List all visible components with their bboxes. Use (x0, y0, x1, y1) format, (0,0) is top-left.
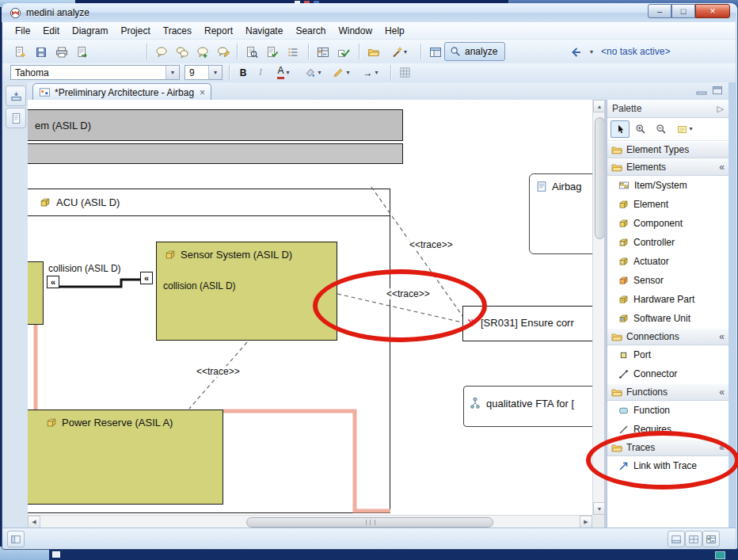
note-tool-button[interactable]: ▾ (672, 120, 698, 138)
horizontal-scrollbar[interactable]: ◀ ▶ (28, 515, 592, 528)
scroll-left-button[interactable]: ◀ (28, 516, 40, 528)
palette-section-functions[interactable]: Functions « (607, 383, 728, 401)
maximize-button[interactable]: □ (671, 4, 695, 18)
validate-document-button[interactable] (262, 42, 283, 63)
collision-port-label[interactable]: collision (ASIL D) (48, 263, 121, 274)
palette-section-element-types[interactable]: Element Types (607, 141, 728, 158)
outline-page-icon (10, 112, 22, 124)
palette-item-function[interactable]: Function (607, 401, 728, 420)
back-navigation-button[interactable] (566, 42, 587, 63)
airbag-node[interactable]: Airbag (529, 173, 592, 254)
new-wizard-button[interactable] (10, 42, 31, 63)
dropdown-arrow-icon[interactable]: ▾ (214, 70, 217, 76)
requirement-label: [SR031] Ensure corr (481, 317, 574, 329)
palette-collapse-icon[interactable]: ▷ (717, 104, 724, 114)
red-annotation-link-with-trace (586, 431, 738, 490)
palette-item-element[interactable]: Element (607, 195, 728, 214)
analyze-perspective-button[interactable]: analyze (444, 42, 505, 61)
palette-item-port[interactable]: Port (607, 345, 728, 364)
menu-report[interactable]: Report (198, 24, 239, 38)
comment-button[interactable] (151, 42, 172, 63)
export-button[interactable] (72, 42, 93, 63)
palette-item-sensor[interactable]: Sensor (607, 271, 728, 290)
palette-item-item-system[interactable]: Item/System (607, 176, 728, 195)
task-list-button[interactable] (283, 42, 303, 63)
palette-item-actuator[interactable]: Actuator (607, 252, 728, 271)
italic-button[interactable]: I (253, 65, 268, 80)
menu-edit[interactable]: Edit (36, 24, 66, 38)
zoom-in-button[interactable] (631, 120, 650, 138)
trace-label-3[interactable]: <<trace>> (195, 366, 242, 377)
editor-tab-airbag[interactable]: *Preliminary Architecture - Airbag × (32, 83, 211, 101)
trace-label-1[interactable]: <<trace>> (408, 239, 455, 250)
dropdown-arrow-icon[interactable]: ▾ (404, 49, 407, 55)
print-button[interactable] (51, 42, 72, 63)
search-document-button[interactable] (242, 42, 262, 63)
minimize-view-icon[interactable] (695, 85, 708, 96)
detail-pane-button[interactable] (685, 531, 702, 547)
table-view-status-button[interactable] (702, 531, 720, 547)
dropdown-arrow-icon[interactable]: ▾ (171, 70, 174, 76)
outline-view-button[interactable] (6, 108, 26, 128)
tab-close-icon[interactable]: × (200, 87, 205, 98)
port-symbol[interactable]: « (47, 276, 59, 288)
menu-navigate[interactable]: Navigate (239, 24, 289, 38)
horizontal-scroll-thumb[interactable] (246, 517, 493, 528)
font-color-button[interactable]: A ▾ (272, 65, 295, 80)
perspective-switch-button[interactable] (425, 42, 446, 63)
menu-diagram[interactable]: Diagram (66, 24, 114, 38)
note-icon (677, 124, 687, 135)
port-icon (618, 350, 629, 360)
font-family-select[interactable]: Tahoma ▾ (10, 65, 180, 80)
select-tool-button[interactable] (611, 120, 630, 138)
menu-traces[interactable]: Traces (157, 24, 198, 38)
edit-comment-button[interactable] (213, 42, 234, 63)
palette-item-controller[interactable]: Controller (607, 233, 728, 252)
grid-icon (399, 67, 411, 78)
table-view-button[interactable] (313, 42, 333, 63)
open-folder-button[interactable] (363, 42, 384, 63)
snap-to-grid-button[interactable] (397, 65, 413, 80)
minimize-button[interactable]: – (648, 4, 671, 18)
font-size-select[interactable]: 9 ▾ (184, 65, 223, 80)
menu-help[interactable]: Help (379, 24, 411, 38)
diagram-canvas[interactable]: em (ASIL D) ACU (ASIL D) Sensor System (… (28, 100, 592, 515)
port-symbol[interactable]: « (140, 272, 153, 284)
pin-icon[interactable]: « (719, 162, 725, 173)
palette-item-label: Item/System (634, 180, 687, 191)
pin-icon[interactable]: « (719, 387, 725, 398)
show-view-button[interactable] (668, 531, 685, 547)
run-validation-button[interactable]: ▾ (384, 42, 414, 63)
palette-section-connections[interactable]: Connections « (607, 328, 728, 345)
menu-window[interactable]: Window (332, 24, 379, 38)
back-history-dropdown[interactable]: ▾ (585, 42, 598, 63)
left-arrow-icon: ◀ (32, 519, 36, 525)
fta-node[interactable]: qualitative FTA for [ (463, 386, 592, 427)
menu-file[interactable]: File (9, 24, 36, 38)
add-comment-button[interactable] (192, 42, 213, 63)
palette-item-software-unit[interactable]: Software Unit (607, 309, 728, 328)
close-button[interactable]: × (695, 4, 730, 18)
palette-item-hardware-part[interactable]: Hardware Part (607, 290, 728, 309)
palette-title-bar[interactable]: Palette ▷ (607, 100, 728, 118)
palette-item-component[interactable]: Component (607, 214, 728, 233)
pencil-icon (333, 67, 344, 78)
palette-item-connector[interactable]: Connector (607, 364, 728, 383)
title-bar[interactable]: medini analyze (2, 3, 736, 22)
scroll-right-button[interactable]: ▶ (580, 516, 592, 528)
menu-search[interactable]: Search (289, 24, 332, 38)
restore-view-button[interactable] (6, 86, 26, 106)
arrow-style-button[interactable]: → ▾ (357, 65, 384, 80)
maximize-view-icon[interactable] (711, 85, 724, 96)
check-model-button[interactable] (333, 42, 354, 63)
bold-button[interactable]: B (235, 65, 251, 80)
fill-color-button[interactable]: ▾ (300, 65, 325, 80)
comments-button[interactable] (172, 42, 192, 63)
pin-icon[interactable]: « (719, 331, 725, 342)
line-color-button[interactable]: ▾ (329, 65, 354, 80)
zoom-out-button[interactable] (652, 120, 671, 138)
palette-section-elements[interactable]: Elements « (607, 158, 728, 176)
menu-project[interactable]: Project (114, 24, 156, 38)
save-button[interactable] (31, 42, 51, 63)
restore-trim-button[interactable] (7, 531, 25, 547)
